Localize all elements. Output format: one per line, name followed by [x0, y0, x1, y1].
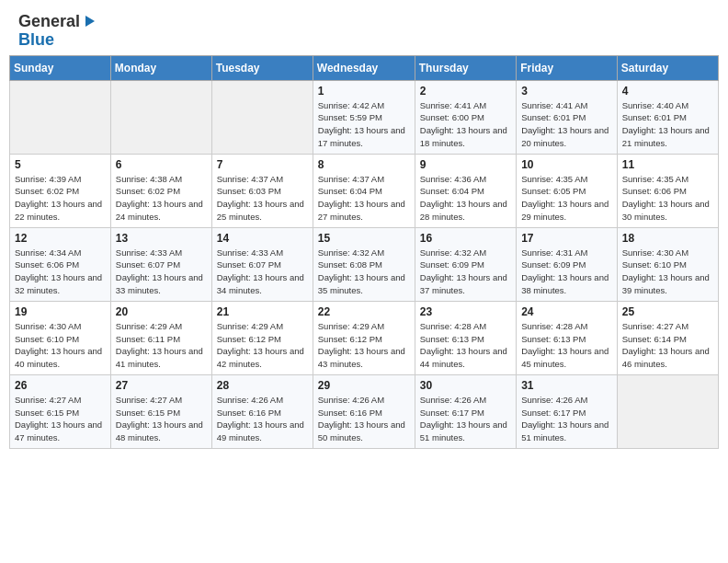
day-info: Sunrise: 4:27 AM Sunset: 6:15 PM Dayligh… [116, 394, 207, 444]
day-info: Sunrise: 4:38 AM Sunset: 6:02 PM Dayligh… [116, 173, 207, 224]
calendar-day-cell: 30Sunrise: 4:26 AM Sunset: 6:17 PM Dayli… [415, 374, 516, 448]
weekday-header-cell: Tuesday [211, 55, 313, 80]
logo-general-text: General [18, 13, 80, 31]
day-number: 14 [217, 232, 308, 245]
calendar-day-cell: 4Sunrise: 4:40 AM Sunset: 6:01 PM Daylig… [617, 80, 718, 154]
calendar-day-cell [211, 80, 313, 154]
day-info: Sunrise: 4:30 AM Sunset: 6:10 PM Dayligh… [622, 247, 713, 297]
calendar-day-cell: 17Sunrise: 4:31 AM Sunset: 6:09 PM Dayli… [517, 227, 618, 301]
calendar-week-row: 19Sunrise: 4:30 AM Sunset: 6:10 PM Dayli… [10, 301, 719, 374]
calendar-day-cell: 27Sunrise: 4:27 AM Sunset: 6:15 PM Dayli… [110, 374, 211, 448]
day-info: Sunrise: 4:26 AM Sunset: 6:16 PM Dayligh… [217, 394, 308, 444]
logo-arrow-icon [82, 14, 97, 29]
day-info: Sunrise: 4:29 AM Sunset: 6:11 PM Dayligh… [116, 320, 207, 371]
day-info: Sunrise: 4:35 AM Sunset: 6:05 PM Dayligh… [521, 173, 612, 224]
day-info: Sunrise: 4:28 AM Sunset: 6:13 PM Dayligh… [521, 320, 612, 371]
calendar-day-cell: 23Sunrise: 4:28 AM Sunset: 6:13 PM Dayli… [415, 301, 516, 374]
calendar-day-cell: 24Sunrise: 4:28 AM Sunset: 6:13 PM Dayli… [517, 301, 618, 374]
day-number: 21 [217, 305, 308, 318]
calendar-day-cell: 14Sunrise: 4:33 AM Sunset: 6:07 PM Dayli… [211, 227, 313, 301]
day-info: Sunrise: 4:30 AM Sunset: 6:10 PM Dayligh… [15, 320, 106, 371]
calendar-day-cell: 9Sunrise: 4:36 AM Sunset: 6:04 PM Daylig… [415, 154, 516, 227]
calendar-day-cell: 21Sunrise: 4:29 AM Sunset: 6:12 PM Dayli… [211, 301, 313, 374]
calendar-day-cell: 3Sunrise: 4:41 AM Sunset: 6:01 PM Daylig… [517, 80, 618, 154]
weekday-header-cell: Friday [517, 55, 618, 80]
calendar-day-cell: 2Sunrise: 4:41 AM Sunset: 6:00 PM Daylig… [415, 80, 516, 154]
day-number: 18 [622, 232, 713, 245]
day-info: Sunrise: 4:41 AM Sunset: 6:01 PM Dayligh… [521, 99, 612, 150]
day-info: Sunrise: 4:34 AM Sunset: 6:06 PM Dayligh… [15, 247, 106, 297]
calendar-day-cell: 29Sunrise: 4:26 AM Sunset: 6:16 PM Dayli… [313, 374, 415, 448]
calendar-day-cell [10, 80, 111, 154]
day-number: 13 [116, 232, 207, 245]
calendar-day-cell: 10Sunrise: 4:35 AM Sunset: 6:05 PM Dayli… [517, 154, 618, 227]
day-info: Sunrise: 4:40 AM Sunset: 6:01 PM Dayligh… [622, 99, 713, 150]
day-info: Sunrise: 4:41 AM Sunset: 6:00 PM Dayligh… [420, 99, 511, 150]
day-info: Sunrise: 4:37 AM Sunset: 6:04 PM Dayligh… [318, 173, 410, 224]
day-number: 25 [622, 305, 713, 318]
calendar-day-cell: 8Sunrise: 4:37 AM Sunset: 6:04 PM Daylig… [313, 154, 415, 227]
day-number: 29 [318, 379, 410, 392]
day-number: 22 [318, 305, 410, 318]
calendar-week-row: 12Sunrise: 4:34 AM Sunset: 6:06 PM Dayli… [10, 227, 719, 301]
calendar-day-cell: 20Sunrise: 4:29 AM Sunset: 6:11 PM Dayli… [110, 301, 211, 374]
day-info: Sunrise: 4:29 AM Sunset: 6:12 PM Dayligh… [217, 320, 308, 371]
day-number: 12 [15, 232, 106, 245]
calendar-day-cell: 19Sunrise: 4:30 AM Sunset: 6:10 PM Dayli… [10, 301, 111, 374]
day-number: 6 [116, 158, 207, 171]
weekday-header-row: SundayMondayTuesdayWednesdayThursdayFrid… [10, 55, 719, 80]
calendar-day-cell: 16Sunrise: 4:32 AM Sunset: 6:09 PM Dayli… [415, 227, 516, 301]
day-number: 23 [420, 305, 511, 318]
day-info: Sunrise: 4:42 AM Sunset: 5:59 PM Dayligh… [318, 99, 410, 150]
day-info: Sunrise: 4:26 AM Sunset: 6:16 PM Dayligh… [318, 394, 410, 444]
day-info: Sunrise: 4:32 AM Sunset: 6:09 PM Dayligh… [420, 247, 511, 297]
day-number: 26 [15, 379, 106, 392]
calendar-day-cell: 18Sunrise: 4:30 AM Sunset: 6:10 PM Dayli… [617, 227, 718, 301]
day-info: Sunrise: 4:33 AM Sunset: 6:07 PM Dayligh… [116, 247, 207, 297]
day-number: 1 [318, 85, 410, 98]
day-number: 16 [420, 232, 511, 245]
day-number: 24 [521, 305, 612, 318]
calendar-day-cell: 5Sunrise: 4:39 AM Sunset: 6:02 PM Daylig… [10, 154, 111, 227]
weekday-header-cell: Wednesday [313, 55, 415, 80]
calendar-day-cell: 15Sunrise: 4:32 AM Sunset: 6:08 PM Dayli… [313, 227, 415, 301]
day-number: 7 [217, 158, 308, 171]
calendar-week-row: 5Sunrise: 4:39 AM Sunset: 6:02 PM Daylig… [10, 154, 719, 227]
day-info: Sunrise: 4:29 AM Sunset: 6:12 PM Dayligh… [318, 320, 410, 371]
day-number: 5 [15, 158, 106, 171]
weekday-header-cell: Saturday [617, 55, 718, 80]
calendar-day-cell: 22Sunrise: 4:29 AM Sunset: 6:12 PM Dayli… [313, 301, 415, 374]
calendar-week-row: 1Sunrise: 4:42 AM Sunset: 5:59 PM Daylig… [10, 80, 719, 154]
calendar-table: SundayMondayTuesdayWednesdayThursdayFrid… [9, 55, 719, 449]
logo-blue-text: Blue [18, 31, 54, 50]
svg-marker-0 [85, 16, 95, 27]
calendar-container: SundayMondayTuesdayWednesdayThursdayFrid… [0, 55, 728, 458]
calendar-day-cell: 28Sunrise: 4:26 AM Sunset: 6:16 PM Dayli… [211, 374, 313, 448]
calendar-day-cell: 26Sunrise: 4:27 AM Sunset: 6:15 PM Dayli… [10, 374, 111, 448]
calendar-day-cell: 13Sunrise: 4:33 AM Sunset: 6:07 PM Dayli… [110, 227, 211, 301]
day-number: 31 [521, 379, 612, 392]
calendar-day-cell: 11Sunrise: 4:35 AM Sunset: 6:06 PM Dayli… [617, 154, 718, 227]
calendar-header: SundayMondayTuesdayWednesdayThursdayFrid… [10, 55, 719, 80]
day-number: 9 [420, 158, 511, 171]
day-info: Sunrise: 4:26 AM Sunset: 6:17 PM Dayligh… [420, 394, 511, 444]
day-info: Sunrise: 4:36 AM Sunset: 6:04 PM Dayligh… [420, 173, 511, 224]
day-info: Sunrise: 4:32 AM Sunset: 6:08 PM Dayligh… [318, 247, 410, 297]
day-number: 8 [318, 158, 410, 171]
day-number: 19 [15, 305, 106, 318]
day-number: 10 [521, 158, 612, 171]
logo: General Blue [18, 13, 97, 50]
day-info: Sunrise: 4:35 AM Sunset: 6:06 PM Dayligh… [622, 173, 713, 224]
day-number: 30 [420, 379, 511, 392]
calendar-day-cell [617, 374, 718, 448]
calendar-day-cell [110, 80, 211, 154]
day-info: Sunrise: 4:28 AM Sunset: 6:13 PM Dayligh… [420, 320, 511, 371]
calendar-day-cell: 25Sunrise: 4:27 AM Sunset: 6:14 PM Dayli… [617, 301, 718, 374]
page-header: General Blue [0, 0, 728, 55]
day-number: 20 [116, 305, 207, 318]
day-number: 4 [622, 85, 713, 98]
calendar-day-cell: 12Sunrise: 4:34 AM Sunset: 6:06 PM Dayli… [10, 227, 111, 301]
day-info: Sunrise: 4:27 AM Sunset: 6:14 PM Dayligh… [622, 320, 713, 371]
day-number: 28 [217, 379, 308, 392]
calendar-day-cell: 6Sunrise: 4:38 AM Sunset: 6:02 PM Daylig… [110, 154, 211, 227]
